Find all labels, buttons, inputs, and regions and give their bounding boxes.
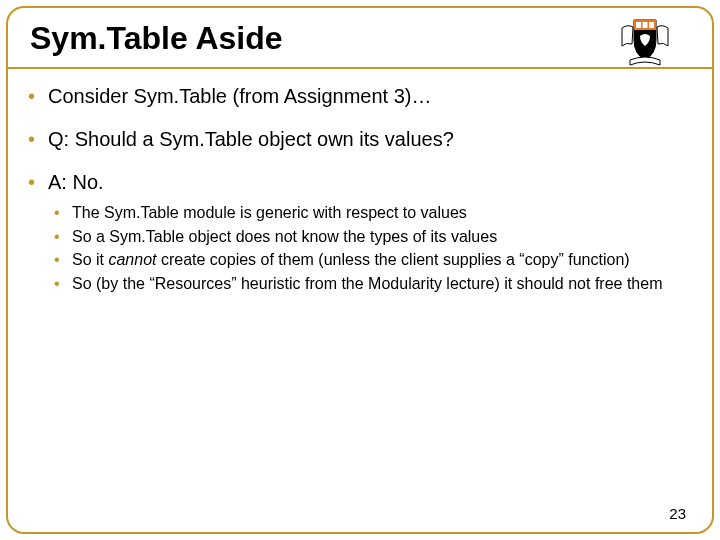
bullet-item: Consider Sym.Table (from Assignment 3)… xyxy=(20,83,700,110)
svg-rect-0 xyxy=(636,22,641,28)
sub-bullet-item: So a Sym.Table object does not know the … xyxy=(48,226,700,248)
bullet-text: A: No. xyxy=(48,171,104,193)
sub-bullet-text-part: So it xyxy=(72,251,108,268)
slide-frame: Sym.Table Aside Consider Sym.Table (from xyxy=(6,6,714,534)
sub-bullet-text: So a Sym.Table object does not know the … xyxy=(72,228,497,245)
bullet-item: A: No. The Sym.Table module is generic w… xyxy=(20,169,700,294)
sub-bullet-text: So (by the “Resources” heuristic from th… xyxy=(72,275,662,292)
princeton-shield-icon xyxy=(616,14,674,76)
bullet-text: Q: Should a Sym.Table object own its val… xyxy=(48,128,454,150)
sub-bullet-item: The Sym.Table module is generic with res… xyxy=(48,202,700,224)
sub-bullet-list: The Sym.Table module is generic with res… xyxy=(48,202,700,294)
bullet-text: Consider Sym.Table (from Assignment 3)… xyxy=(48,85,431,107)
svg-rect-1 xyxy=(643,22,648,28)
title-bar: Sym.Table Aside xyxy=(8,8,712,69)
bullet-list: Consider Sym.Table (from Assignment 3)… … xyxy=(20,83,700,294)
slide-body: Consider Sym.Table (from Assignment 3)… … xyxy=(8,69,712,294)
svg-rect-2 xyxy=(649,22,654,28)
page-number: 23 xyxy=(669,505,686,522)
sub-bullet-text: The Sym.Table module is generic with res… xyxy=(72,204,467,221)
sub-bullet-text-emphasis: cannot xyxy=(108,251,160,268)
slide-title: Sym.Table Aside xyxy=(30,20,690,57)
sub-bullet-item: So it cannot create copies of them (unle… xyxy=(48,249,700,271)
sub-bullet-item: So (by the “Resources” heuristic from th… xyxy=(48,273,700,295)
sub-bullet-text-part: create copies of them (unless the client… xyxy=(161,251,630,268)
bullet-item: Q: Should a Sym.Table object own its val… xyxy=(20,126,700,153)
